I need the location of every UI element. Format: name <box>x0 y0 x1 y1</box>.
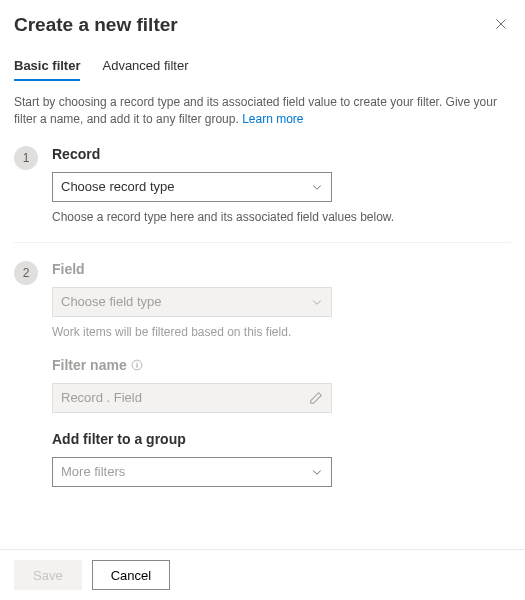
filter-name-label: Filter name <box>52 357 511 373</box>
filter-group-dropdown[interactable]: More filters <box>52 457 332 487</box>
cancel-button[interactable]: Cancel <box>92 560 170 590</box>
field-label: Field <box>52 261 511 277</box>
info-icon <box>131 359 143 371</box>
save-button: Save <box>14 560 82 590</box>
intro-text: Start by choosing a record type and its … <box>14 94 511 128</box>
filter-name-input: Record . Field <box>52 383 332 413</box>
step-record: 1 Record Choose record type Choose a rec… <box>14 128 511 242</box>
record-label: Record <box>52 146 511 162</box>
close-button[interactable] <box>491 14 511 34</box>
filter-name-label-text: Filter name <box>52 357 127 373</box>
chevron-down-icon <box>311 181 323 193</box>
chevron-down-icon <box>311 466 323 478</box>
field-type-dropdown: Choose field type <box>52 287 332 317</box>
dialog-footer: Save Cancel <box>0 549 525 600</box>
pencil-icon <box>309 391 323 405</box>
tab-basic-filter[interactable]: Basic filter <box>14 54 80 81</box>
filter-group-value: More filters <box>61 464 125 479</box>
step-number-1: 1 <box>14 146 38 170</box>
group-label: Add filter to a group <box>52 431 511 447</box>
field-type-placeholder: Choose field type <box>61 294 161 309</box>
step-number-2: 2 <box>14 261 38 285</box>
tab-advanced-filter[interactable]: Advanced filter <box>102 54 188 81</box>
record-type-placeholder: Choose record type <box>61 179 174 194</box>
dialog-title: Create a new filter <box>14 14 178 36</box>
record-helper: Choose a record type here and its associ… <box>52 210 511 224</box>
close-icon <box>495 18 507 30</box>
filter-name-placeholder: Record . Field <box>61 390 142 405</box>
learn-more-link[interactable]: Learn more <box>242 112 303 126</box>
field-helper: Work items will be filtered based on thi… <box>52 325 511 339</box>
step-field: 2 Field Choose field type Work items wil… <box>14 242 511 505</box>
tabs: Basic filter Advanced filter <box>14 54 511 82</box>
record-type-dropdown[interactable]: Choose record type <box>52 172 332 202</box>
chevron-down-icon <box>311 296 323 308</box>
